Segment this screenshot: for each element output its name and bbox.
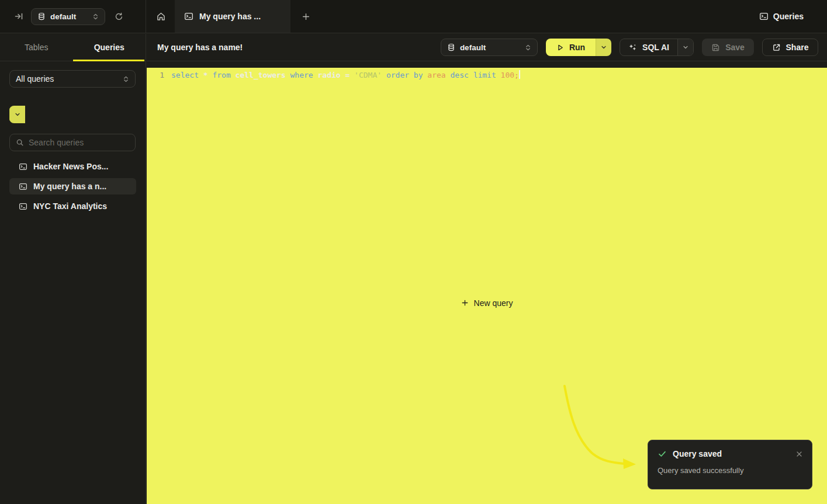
sidebar-tab-queries-label: Queries [94,43,124,52]
arrow-to-bar-icon [14,12,23,21]
topbar-left-section: default [0,0,146,33]
topbar-queries-indicator[interactable]: Queries [759,0,827,33]
collapse-sidebar-button[interactable] [14,12,23,21]
sql-token: 100 [501,71,514,79]
query-list-item[interactable]: Hacker News Pos... [9,158,136,175]
sidebar-content: All queries New query Hacker N [0,61,146,214]
sql-code-line: select * from cell_towers where radio = … [171,69,520,81]
query-toolbar: My query has a name! default Run [147,34,827,61]
query-list-item[interactable]: NYC Taxi Analytics [9,198,136,214]
database-icon [37,12,46,20]
run-button[interactable]: Run [546,39,596,56]
sql-token: * [203,71,213,79]
sql-token: order by [386,71,427,79]
play-icon [556,44,564,51]
toolbar-database-selector[interactable]: default [441,39,538,56]
topbar-database-selector[interactable]: default [31,8,105,25]
chevron-up-down-icon [92,13,99,20]
toast-query-saved: Query saved Query saved successfully [648,440,812,489]
search-icon [16,138,24,147]
query-tab-label: My query has ... [199,12,261,21]
main-area: My query has a name! default Run [147,34,827,504]
sidebar-tabs: Tables Queries [0,34,146,61]
editor-line-number: 1 [147,69,164,81]
chevron-down-icon [15,112,20,117]
search-queries-box [9,134,136,151]
sql-token: desc [451,71,473,79]
sql-token: where [290,71,318,79]
sql-token: area [427,71,450,79]
toast-close-button[interactable] [796,451,802,457]
toast-title: Query saved [673,449,722,458]
query-list-item-label: My query has a n... [33,182,106,191]
save-icon [711,43,720,52]
new-query-dropdown-button[interactable] [9,106,25,123]
share-external-icon [772,43,781,52]
chevron-down-icon [683,44,688,50]
check-icon [658,449,667,458]
run-button-label: Run [569,43,585,52]
toast-message: Query saved successfully [658,466,802,475]
home-icon [156,12,166,22]
save-button-label: Save [725,43,745,52]
sql-token: select [171,71,203,79]
saved-queries-list: Hacker News Pos... My query has a n... N… [9,158,136,214]
share-button-label: Share [786,43,809,52]
sql-ai-dropdown-button[interactable] [677,39,693,55]
query-list-item-label: Hacker News Pos... [33,162,108,171]
save-button[interactable]: Save [702,39,754,56]
query-tab[interactable]: My query has ... [175,0,290,33]
refresh-icon [115,12,123,21]
query-list-item-label: NYC Taxi Analytics [33,201,107,211]
close-icon [796,451,802,457]
sidebar-tab-queries[interactable]: Queries [73,34,146,61]
sql-token: ; [514,71,519,79]
refresh-button[interactable] [111,9,126,24]
sql-ai-split-button: SQL AI [620,39,694,56]
sql-token: from [212,71,235,79]
plus-icon [302,12,310,21]
terminal-icon [19,162,27,171]
sql-ai-button[interactable]: SQL AI [620,39,677,55]
home-button[interactable] [153,8,168,25]
search-queries-input[interactable] [29,138,129,147]
sidebar-tab-tables[interactable]: Tables [0,34,73,61]
sql-ai-button-label: SQL AI [642,43,669,52]
database-selector-value: default [50,12,76,21]
query-filter-value: All queries [16,74,54,84]
sql-console-app: default My query has ... Queries Tables [0,0,827,504]
chevron-down-icon [601,44,607,50]
new-query-split-button: New query [9,106,136,123]
queries-label: Queries [773,12,804,21]
sql-token: = [345,71,354,79]
terminal-icon [19,202,27,211]
chevron-up-down-icon [123,76,129,82]
share-button[interactable]: Share [762,39,818,56]
topbar: default My query has ... Queries [0,0,827,33]
query-title: My query has a name! [157,43,243,52]
query-list-item-selected[interactable]: My query has a n... [9,178,136,194]
run-split-button: Run [546,39,611,56]
toolbar-database-value: default [460,43,486,52]
database-icon [447,43,455,51]
chevron-up-down-icon [525,44,531,51]
terminal-icon [19,182,27,191]
terminal-icon [759,12,769,21]
text-cursor [519,70,520,79]
sql-token: radio [317,71,345,79]
run-dropdown-button[interactable] [596,39,611,56]
new-tab-button[interactable] [297,8,314,25]
sidebar: Tables Queries All queries New query [0,34,146,504]
sql-editor[interactable]: 1 select * from cell_towers where radio … [147,61,827,81]
sparkles-icon [628,43,637,52]
query-filter-select[interactable]: All queries [9,70,136,88]
sql-token: cell_towers [236,71,290,79]
sql-token: 'CDMA' [354,71,386,79]
toolbar-actions: default Run SQL AI [441,39,818,56]
sidebar-tab-tables-label: Tables [25,43,48,52]
toast-header: Query saved [658,449,802,458]
terminal-icon [184,12,193,21]
sql-token: limit [473,71,501,79]
